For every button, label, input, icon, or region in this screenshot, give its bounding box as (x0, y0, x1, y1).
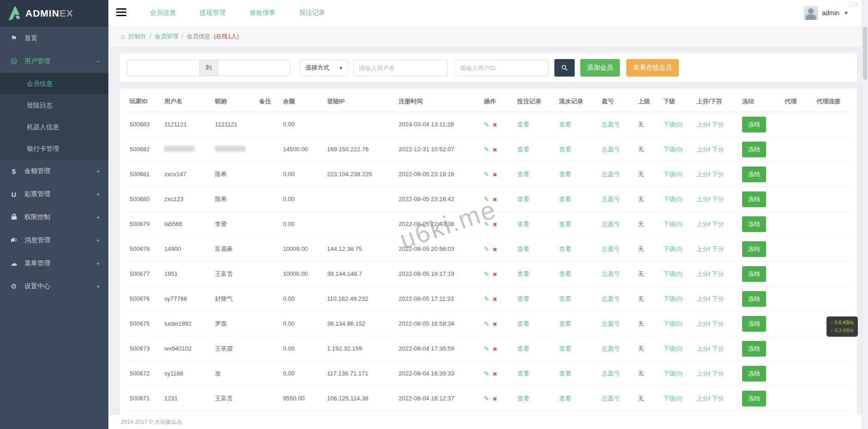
delete-icon[interactable]: ✖ (493, 246, 497, 253)
sub-points-link[interactable]: 下分 (712, 245, 724, 252)
freeze-button[interactable]: 冻结 (742, 366, 766, 381)
sidebar-item-menu-management[interactable]: ☁ 菜单管理 + (0, 252, 108, 275)
sidebar-item-message-management[interactable]: 消息管理 + (0, 229, 108, 252)
edit-icon[interactable]: ✎ (484, 395, 489, 402)
bet-records-link[interactable]: 查看 (517, 320, 529, 327)
total-profit-link[interactable]: 总盈亏 (602, 270, 620, 277)
flow-records-link[interactable]: 查看 (559, 171, 571, 178)
subordinate-link[interactable]: 下级(0) (663, 196, 683, 203)
view-online-members-button[interactable]: 查看在线会员 (626, 59, 679, 77)
freeze-button[interactable]: 冻结 (742, 391, 766, 406)
sidebar-subitem-bank-card[interactable]: 银行卡管理 (0, 138, 108, 160)
hamburger-menu-icon[interactable] (116, 8, 126, 18)
subordinate-link[interactable]: 下级(0) (663, 320, 683, 327)
date-from-input[interactable] (127, 60, 200, 76)
sub-points-link[interactable]: 下分 (712, 171, 724, 178)
add-points-link[interactable]: 上分 (696, 295, 708, 302)
bet-records-link[interactable]: 查看 (517, 220, 529, 227)
freeze-button[interactable]: 冻结 (742, 341, 766, 357)
freeze-button[interactable]: 冻结 (742, 191, 766, 207)
freeze-button[interactable]: 冻结 (742, 117, 766, 132)
edit-icon[interactable]: ✎ (484, 220, 489, 228)
userid-search-input[interactable] (454, 60, 549, 76)
edit-icon[interactable]: ✎ (484, 121, 489, 128)
edit-icon[interactable]: ✎ (484, 196, 489, 203)
add-points-link[interactable]: 上分 (696, 220, 708, 227)
bet-records-link[interactable]: 查看 (517, 395, 529, 402)
subordinate-link[interactable]: 下级(0) (663, 345, 683, 352)
breadcrumb-member-management[interactable]: 会员管理 (155, 32, 178, 41)
subordinate-link[interactable]: 下级(0) (663, 121, 683, 128)
bet-records-link[interactable]: 查看 (517, 345, 529, 352)
bet-records-link[interactable]: 查看 (517, 171, 529, 178)
bet-records-link[interactable]: 查看 (517, 295, 529, 302)
sub-points-link[interactable]: 下分 (712, 320, 724, 327)
add-points-link[interactable]: 上分 (696, 121, 708, 128)
edit-icon[interactable]: ✎ (484, 370, 489, 377)
bet-records-link[interactable]: 查看 (517, 370, 529, 377)
sub-points-link[interactable]: 下分 (712, 345, 724, 352)
bet-records-link[interactable]: 查看 (517, 146, 529, 153)
topnav-withdraw-management[interactable]: 提现管理 (200, 9, 226, 17)
bet-records-link[interactable]: 查看 (517, 245, 529, 252)
add-points-link[interactable]: 上分 (696, 345, 708, 352)
subordinate-link[interactable]: 下级(0) (663, 270, 683, 277)
flow-records-link[interactable]: 查看 (559, 345, 571, 352)
flow-records-link[interactable]: 查看 (559, 245, 571, 252)
sub-points-link[interactable]: 下分 (712, 370, 724, 377)
total-profit-link[interactable]: 总盈亏 (602, 395, 620, 402)
topnav-modify-odds[interactable]: 修改倍率 (250, 9, 275, 17)
subordinate-link[interactable]: 下级(0) (663, 146, 683, 153)
sub-points-link[interactable]: 下分 (712, 196, 724, 203)
delete-icon[interactable]: ✖ (493, 122, 497, 128)
subordinate-link[interactable]: 下级(0) (663, 395, 683, 402)
add-points-link[interactable]: 上分 (696, 146, 708, 153)
bet-records-link[interactable]: 查看 (517, 270, 529, 277)
delete-icon[interactable]: ✖ (493, 396, 497, 402)
sidebar-item-home[interactable]: ⚑ 首页 (0, 27, 108, 50)
delete-icon[interactable]: ✖ (493, 346, 497, 352)
flow-records-link[interactable]: 查看 (559, 370, 571, 377)
edit-icon[interactable]: ✎ (484, 146, 489, 153)
subordinate-link[interactable]: 下级(0) (663, 295, 683, 302)
sidebar-item-amount-management[interactable]: $ 金额管理 + (0, 160, 108, 183)
add-points-link[interactable]: 上分 (696, 395, 708, 402)
sidebar-item-lottery-management[interactable]: U 彩票管理 + (0, 183, 108, 206)
topnav-member-info[interactable]: 会员信息 (150, 9, 176, 17)
freeze-button[interactable]: 冻结 (742, 291, 766, 307)
sidebar-subitem-robot-info[interactable]: 机器人信息 (0, 116, 108, 138)
delete-icon[interactable]: ✖ (493, 296, 497, 303)
flow-records-link[interactable]: 查看 (559, 220, 571, 227)
delete-icon[interactable]: ✖ (493, 172, 497, 178)
search-button[interactable] (554, 59, 575, 77)
add-points-link[interactable]: 上分 (696, 245, 708, 252)
delete-icon[interactable]: ✖ (493, 197, 497, 203)
total-profit-link[interactable]: 总盈亏 (602, 146, 620, 153)
freeze-button[interactable]: 冻结 (742, 216, 766, 232)
flow-records-link[interactable]: 查看 (559, 395, 571, 402)
flow-records-link[interactable]: 查看 (559, 146, 571, 153)
topnav-bet-records[interactable]: 投注记录 (299, 9, 325, 17)
edit-icon[interactable]: ✎ (484, 245, 489, 253)
flow-records-link[interactable]: 查看 (559, 270, 571, 277)
total-profit-link[interactable]: 总盈亏 (602, 220, 620, 227)
delete-icon[interactable]: ✖ (493, 321, 497, 328)
flow-records-link[interactable]: 查看 (559, 121, 571, 128)
delete-icon[interactable]: ✖ (493, 147, 497, 153)
total-profit-link[interactable]: 总盈亏 (602, 370, 620, 377)
date-to-input[interactable] (218, 60, 291, 76)
add-points-link[interactable]: 上分 (696, 171, 708, 178)
subordinate-link[interactable]: 下级(0) (663, 245, 683, 252)
flow-records-link[interactable]: 查看 (559, 295, 571, 302)
total-profit-link[interactable]: 总盈亏 (602, 245, 620, 252)
add-points-link[interactable]: 上分 (696, 370, 708, 377)
edit-icon[interactable]: ✎ (484, 320, 489, 328)
edit-icon[interactable]: ✎ (484, 345, 489, 352)
subordinate-link[interactable]: 下级(0) (663, 220, 683, 227)
freeze-button[interactable]: 冻结 (742, 316, 766, 332)
breadcrumb-console[interactable]: 控制台 (128, 32, 146, 41)
scrollbar[interactable] (862, 0, 868, 429)
total-profit-link[interactable]: 总盈亏 (602, 295, 620, 302)
sidebar-subitem-login-log[interactable]: 登陆日志 (0, 95, 108, 116)
delete-icon[interactable]: ✖ (493, 221, 497, 228)
